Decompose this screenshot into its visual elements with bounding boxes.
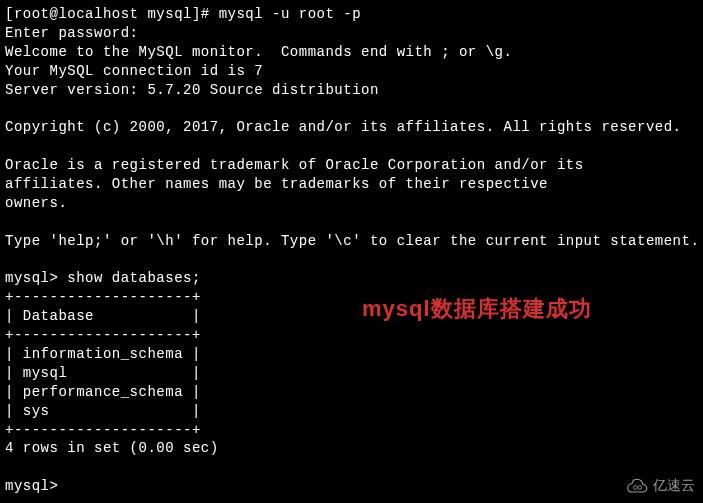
trademark-line: Oracle is a registered trademark of Orac… [5, 157, 584, 173]
rows-summary-line: 4 rows in set (0.00 sec) [5, 440, 219, 456]
watermark-text: 亿速云 [653, 476, 695, 495]
table-row: | information_schema | [5, 346, 201, 362]
svg-point-0 [633, 485, 637, 489]
cloud-icon [624, 477, 648, 495]
help-line: Type 'help;' or '\h' for help. Type '\c'… [5, 233, 699, 249]
svg-point-1 [638, 485, 642, 489]
table-border: +--------------------+ [5, 327, 201, 343]
table-row: | sys | [5, 403, 201, 419]
mysql-prompt[interactable]: mysql> [5, 478, 58, 494]
table-border: +--------------------+ [5, 289, 201, 305]
shell-prompt-line: [root@localhost mysql]# mysql -u root -p [5, 6, 361, 22]
table-row: | mysql | [5, 365, 201, 381]
welcome-line: Welcome to the MySQL monitor. Commands e… [5, 44, 512, 60]
server-version-line: Server version: 5.7.20 Source distributi… [5, 82, 379, 98]
success-annotation: mysql数据库搭建成功 [362, 294, 592, 324]
trademark-line: owners. [5, 195, 67, 211]
password-prompt: Enter password: [5, 25, 139, 41]
terminal-output: [root@localhost mysql]# mysql -u root -p… [5, 5, 698, 496]
trademark-line: affiliates. Other names may be trademark… [5, 176, 548, 192]
connection-id-line: Your MySQL connection id is 7 [5, 63, 263, 79]
table-row: | performance_schema | [5, 384, 201, 400]
watermark: 亿速云 [624, 476, 695, 495]
mysql-query-line: mysql> show databases; [5, 270, 201, 286]
copyright-line: Copyright (c) 2000, 2017, Oracle and/or … [5, 119, 682, 135]
table-header: | Database | [5, 308, 201, 324]
table-border: +--------------------+ [5, 422, 201, 438]
